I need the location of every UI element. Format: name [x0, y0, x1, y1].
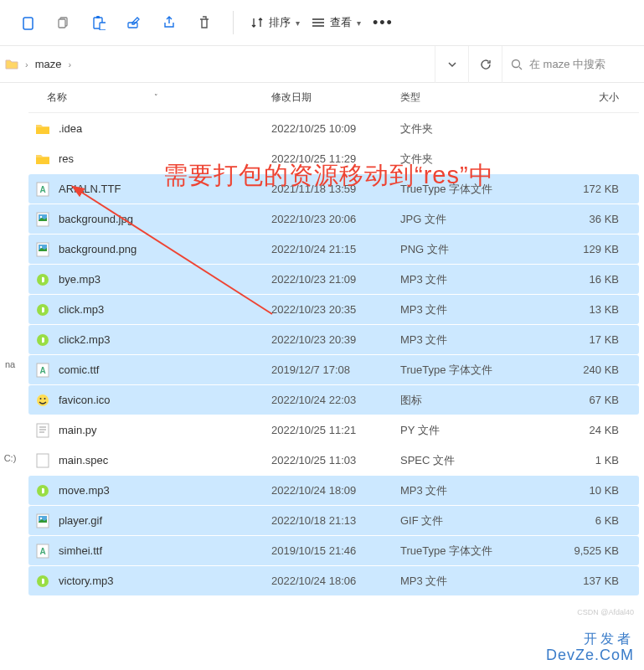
- more-button[interactable]: •••: [373, 14, 394, 32]
- py-icon: [33, 421, 52, 440]
- file-date: 2022/10/23 20:06: [271, 213, 400, 225]
- search-box[interactable]: 在 maze 中搜索: [502, 46, 644, 83]
- file-date: 2022/10/23 20:39: [271, 333, 400, 346]
- header-name[interactable]: 名称: [28, 90, 271, 105]
- file-name: bye.mp3: [59, 273, 271, 286]
- view-icon: [312, 18, 325, 28]
- view-button[interactable]: 查看 ▾: [312, 15, 361, 30]
- rename-icon[interactable]: [122, 11, 146, 34]
- file-size: 6 KB: [509, 514, 639, 527]
- file-name: player.gif: [59, 514, 271, 527]
- chevron-down-icon: ▾: [357, 18, 361, 28]
- file-name: simhei.ttf: [59, 544, 271, 557]
- column-headers: 名称 ˅ 修改日期 类型 大小: [28, 83, 639, 113]
- header-date[interactable]: 修改日期: [271, 90, 400, 105]
- file-type: TrueType 字体文件: [400, 544, 509, 559]
- sort-label: 排序: [269, 15, 291, 30]
- file-date: 2022/10/24 21:15: [271, 243, 400, 255]
- new-tab-icon[interactable]: [17, 11, 40, 34]
- file-date: 2022/10/18 21:13: [271, 514, 400, 527]
- file-type: SPEC 文件: [400, 453, 509, 468]
- table-row[interactable]: res2022/10/25 11:29文件夹: [28, 144, 639, 173]
- file-type: MP3 文件: [400, 332, 509, 348]
- refresh-button[interactable]: [468, 46, 502, 83]
- file-date: 2022/10/23 20:35: [271, 303, 400, 316]
- table-row[interactable]: bye.mp32022/10/23 21:09MP3 文件16 KB: [28, 265, 639, 294]
- svg-point-7: [513, 59, 520, 67]
- audio-icon: [33, 271, 52, 289]
- header-size[interactable]: 大小: [509, 90, 639, 105]
- audio-icon: [33, 572, 52, 590]
- delete-icon[interactable]: [193, 11, 216, 34]
- table-row[interactable]: AARIALN.TTF2021/11/18 13:59TrueType 字体文件…: [28, 174, 639, 204]
- svg-point-22: [40, 398, 42, 399]
- file-type: 文件夹: [400, 121, 509, 137]
- audio-icon: [33, 482, 52, 500]
- file-type: TrueType 字体文件: [400, 363, 509, 378]
- table-row[interactable]: move.mp32022/10/24 18:09MP3 文件10 KB: [28, 476, 639, 505]
- file-type: MP3 文件: [400, 272, 509, 287]
- file-name: click.mp3: [59, 303, 271, 316]
- chevron-right-icon: ›: [20, 59, 33, 70]
- file-type: PY 文件: [400, 423, 509, 438]
- file-date: 2019/12/7 17:08: [271, 363, 400, 376]
- file-type: TrueType 字体文件: [400, 182, 509, 197]
- file-date: 2022/10/24 22:03: [271, 394, 400, 406]
- file-date: 2022/10/24 18:06: [271, 575, 400, 587]
- breadcrumb[interactable]: › maze ›: [0, 58, 435, 71]
- separator: [233, 11, 234, 34]
- dropdown-button[interactable]: [435, 46, 468, 83]
- svg-point-15: [40, 245, 42, 247]
- file-size: 24 KB: [509, 424, 639, 436]
- svg-point-29: [40, 517, 42, 518]
- file-icon: [33, 451, 52, 470]
- table-row[interactable]: player.gif2022/10/18 21:13GIF 文件6 KB: [28, 506, 639, 535]
- table-row[interactable]: main.spec2022/10/25 11:03SPEC 文件1 KB: [28, 446, 639, 475]
- file-name: favicon.ico: [59, 394, 271, 406]
- table-row[interactable]: main.py2022/10/25 11:21PY 文件24 KB: [28, 415, 639, 445]
- sort-button[interactable]: 排序 ▾: [250, 15, 300, 30]
- table-row[interactable]: favicon.ico2022/10/24 22:03图标67 KB: [28, 385, 639, 415]
- share-icon[interactable]: [157, 11, 181, 34]
- table-row[interactable]: victory.mp32022/10/24 18:06MP3 文件137 KB: [28, 566, 639, 595]
- file-size: 172 KB: [509, 183, 639, 195]
- file-type: MP3 文件: [400, 483, 509, 498]
- file-name: ARIALN.TTF: [59, 183, 271, 195]
- table-row[interactable]: Acomic.ttf2019/12/7 17:08TrueType 字体文件24…: [28, 355, 639, 384]
- font-icon: A: [33, 542, 52, 560]
- file-name: .idea: [59, 122, 271, 135]
- watermark-csdn: CSDN @Afdal40: [577, 608, 634, 616]
- copy-icon[interactable]: [52, 11, 75, 34]
- table-row[interactable]: background.png2022/10/24 21:15PNG 文件129 …: [28, 234, 639, 264]
- watermark-line1: 开发者: [546, 631, 634, 647]
- file-name: res: [59, 152, 271, 165]
- svg-point-12: [40, 215, 42, 217]
- svg-text:A: A: [39, 185, 45, 194]
- table-row[interactable]: background.jpg2022/10/23 20:06JPG 文件36 K…: [28, 204, 639, 234]
- file-type: MP3 文件: [400, 302, 509, 317]
- file-type: PNG 文件: [400, 242, 509, 257]
- file-date: 2022/10/23 21:09: [271, 273, 400, 286]
- file-size: 67 KB: [509, 394, 639, 406]
- file-type: GIF 文件: [400, 513, 509, 528]
- svg-text:A: A: [39, 366, 45, 375]
- table-row[interactable]: click2.mp32022/10/23 20:39MP3 文件17 KB: [28, 325, 639, 354]
- file-size: 13 KB: [509, 303, 639, 316]
- svg-rect-2: [59, 19, 65, 28]
- svg-point-23: [44, 398, 46, 399]
- header-type[interactable]: 类型: [400, 90, 509, 105]
- navbar: › maze › 在 maze 中搜索: [0, 46, 644, 83]
- audio-icon: [33, 301, 52, 319]
- paste-icon[interactable]: [87, 11, 111, 34]
- table-row[interactable]: click.mp32022/10/23 20:35MP3 文件13 KB: [28, 295, 639, 324]
- breadcrumb-current[interactable]: maze: [35, 58, 62, 70]
- folder-icon: [5, 58, 18, 71]
- file-type: 文件夹: [400, 152, 509, 167]
- file-name: move.mp3: [59, 484, 271, 497]
- file-size: 36 KB: [509, 213, 639, 225]
- file-type: 图标: [400, 393, 509, 408]
- file-name: main.spec: [59, 454, 271, 466]
- table-row[interactable]: .idea2022/10/25 10:09文件夹: [28, 114, 639, 143]
- table-row[interactable]: Asimhei.ttf2019/10/15 21:46TrueType 字体文件…: [28, 536, 639, 565]
- file-size: 9,525 KB: [509, 544, 639, 557]
